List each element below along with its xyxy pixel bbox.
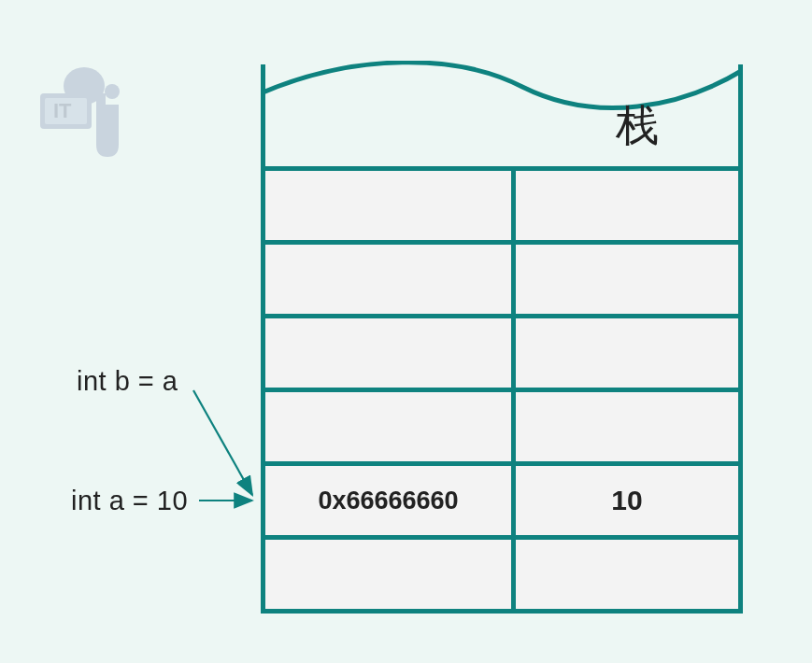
stack-value-5 <box>516 540 738 609</box>
stack-address-5 <box>265 540 516 609</box>
stack-row-4: 0x66666660 10 <box>261 466 743 540</box>
stack-header: 栈 <box>261 64 743 171</box>
logo-text: IT <box>53 99 72 122</box>
stack-title: 栈 <box>616 97 659 155</box>
stack-row-0 <box>261 171 743 245</box>
stack-address-0 <box>265 171 516 240</box>
label-int-a: int a = 10 <box>71 486 188 516</box>
label-int-b: int b = a <box>77 366 178 397</box>
stack-address-4: 0x66666660 <box>265 466 516 535</box>
stack-row-1 <box>261 245 743 318</box>
stack-address-2 <box>265 318 516 388</box>
stack-value-0 <box>516 171 738 240</box>
stack-value-2 <box>516 318 738 388</box>
stack-value-1 <box>516 245 738 314</box>
stack-address-3 <box>265 392 516 461</box>
stack-address-1 <box>265 245 516 314</box>
stack-row-3 <box>261 392 743 466</box>
stack-value-3 <box>516 392 738 461</box>
svg-point-3 <box>105 84 120 99</box>
stack-row-2 <box>261 318 743 392</box>
arrow-b-to-stack <box>193 390 252 495</box>
stack-value-4: 10 <box>516 466 738 535</box>
stack-diagram: 栈 0x66666660 10 <box>261 64 743 614</box>
logo-it: IT <box>33 65 135 159</box>
stack-row-5 <box>261 540 743 614</box>
